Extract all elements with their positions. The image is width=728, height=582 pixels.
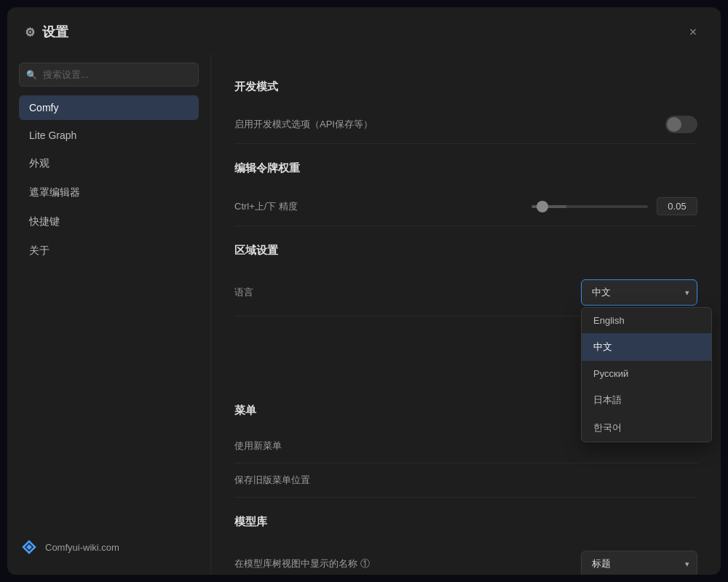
- display-name-label: 在模型库树视图中显示的名称 ①: [234, 557, 370, 570]
- dev-mode-row: 启用开发模式选项（API保存等）: [234, 105, 697, 144]
- main-content: 开发模式 启用开发模式选项（API保存等） 编辑令牌权重 Ctrl+上/下 精度…: [211, 54, 721, 575]
- modal-body: 🔍 Comfy Lite Graph 外观 遮罩编辑器 快捷键 关于 Comfy…: [7, 54, 721, 575]
- language-option-russian[interactable]: Русский: [582, 361, 711, 386]
- language-label: 语言: [234, 286, 253, 299]
- display-name-row: 在模型库树视图中显示的名称 ① 标题 ▾: [234, 541, 697, 575]
- slider-value: 0.05: [657, 197, 697, 215]
- close-button[interactable]: ×: [683, 22, 703, 42]
- brand-logo-icon: [19, 537, 39, 557]
- display-name-dropdown-button[interactable]: 标题 ▾: [581, 551, 697, 575]
- dev-mode-toggle[interactable]: [665, 116, 697, 133]
- display-name-value: 标题: [592, 558, 611, 569]
- dev-mode-toggle-knob: [667, 117, 681, 132]
- slider-row: Ctrl+上/下 精度 0.05: [234, 187, 697, 226]
- sidebar-item-appearance[interactable]: 外观: [19, 151, 199, 177]
- modal-title-group: ⚙ 设置: [25, 23, 68, 41]
- modal-header: ⚙ 设置 ×: [7, 7, 721, 54]
- sidebar-item-comfy[interactable]: Comfy: [19, 95, 199, 120]
- precision-slider[interactable]: [531, 205, 648, 208]
- search-icon: 🔍: [26, 70, 37, 80]
- language-chevron-icon: ▾: [685, 288, 689, 298]
- section-title-dev-mode: 开发模式: [234, 80, 697, 94]
- search-input[interactable]: [19, 63, 199, 87]
- language-dropdown-wrap: 中文 ▾ English 中文 Русский 日本語 한국어: [581, 279, 697, 306]
- section-title-model-library: 模型库: [234, 515, 697, 529]
- language-dropdown-button[interactable]: 中文 ▾: [581, 279, 697, 306]
- language-option-chinese[interactable]: 中文: [582, 333, 711, 361]
- language-row: 语言 中文 ▾ English 中文 Русский 日本語 한국어: [234, 269, 697, 316]
- sidebar-item-about[interactable]: 关于: [19, 238, 199, 264]
- sidebar-item-mask-editor[interactable]: 遮罩编辑器: [19, 180, 199, 206]
- language-option-english[interactable]: English: [582, 308, 711, 333]
- section-title-badge-weight: 编辑令牌权重: [234, 162, 697, 175]
- language-option-korean[interactable]: 한국어: [582, 414, 711, 442]
- language-option-japanese[interactable]: 日本語: [582, 386, 711, 414]
- sidebar: 🔍 Comfy Lite Graph 外观 遮罩编辑器 快捷键 关于 Comfy…: [7, 54, 211, 575]
- display-name-chevron-icon: ▾: [685, 559, 689, 569]
- language-current-value: 中文: [592, 287, 611, 298]
- sidebar-item-lite-graph[interactable]: Lite Graph: [19, 123, 199, 148]
- new-menu-label: 使用新菜单: [234, 439, 282, 453]
- sidebar-item-shortcuts[interactable]: 快捷键: [19, 209, 199, 235]
- dev-mode-label: 启用开发模式选项（API保存等）: [234, 118, 373, 131]
- search-box: 🔍: [19, 63, 199, 87]
- display-name-dropdown-wrap: 标题 ▾: [581, 551, 697, 575]
- section-title-region: 区域设置: [234, 244, 697, 258]
- brand-name: Comfyui-wiki.com: [45, 542, 119, 553]
- slider-label: Ctrl+上/下 精度: [234, 200, 298, 213]
- language-dropdown-menu: English 中文 Русский 日本語 한국어: [581, 307, 712, 442]
- modal-title-text: 设置: [42, 23, 68, 41]
- modal-overlay: ⚙ 设置 × 🔍 Comfy Lite Graph 外观 遮罩编辑器 快捷键 关…: [0, 0, 728, 582]
- save-menu-label: 保存旧版菜单位置: [234, 474, 310, 487]
- settings-modal: ⚙ 设置 × 🔍 Comfy Lite Graph 外观 遮罩编辑器 快捷键 关…: [7, 7, 721, 575]
- gear-icon: ⚙: [25, 25, 35, 39]
- slider-wrap: 0.05: [531, 197, 697, 215]
- sidebar-footer: Comfyui-wiki.com: [19, 528, 199, 566]
- save-menu-row: 保存旧版菜单位置: [234, 463, 697, 498]
